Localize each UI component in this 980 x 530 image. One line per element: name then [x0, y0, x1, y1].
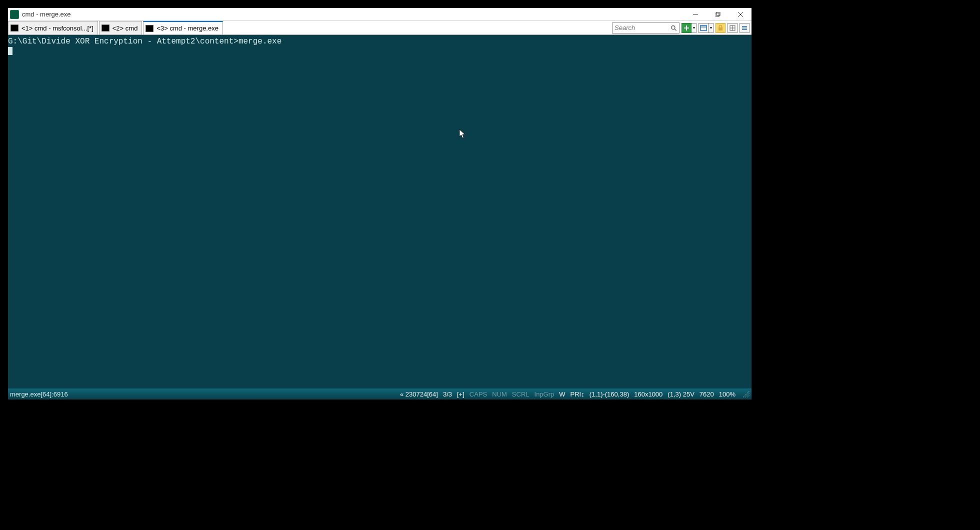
lock-button[interactable]	[716, 23, 726, 33]
status-caps: CAPS	[470, 390, 487, 398]
status-pid: 7620	[700, 390, 714, 398]
status-bar: merge.exe[64]:6916 « 230724[64] 3/3 [+] …	[8, 388, 752, 400]
window-split-dropdown[interactable]: ▾	[708, 23, 714, 33]
status-plus[interactable]: [+]	[457, 390, 464, 398]
hamburger-icon	[742, 25, 748, 31]
lock-icon	[718, 25, 723, 31]
minimize-button[interactable]	[684, 8, 706, 20]
status-tab-count: 3/3	[443, 390, 452, 398]
search-icon	[670, 24, 677, 32]
window-controls	[684, 8, 752, 20]
grid-icon	[730, 25, 736, 31]
svg-rect-9	[700, 26, 706, 30]
search-input[interactable]	[614, 24, 670, 32]
window-titlebar[interactable]: cmd - merge.exe	[8, 8, 752, 21]
maximize-button[interactable]	[706, 8, 729, 20]
plus-icon	[684, 25, 690, 31]
svg-line-6	[675, 28, 677, 30]
mouse-cursor-icon	[459, 129, 466, 139]
search-box[interactable]	[612, 22, 680, 34]
svg-point-5	[672, 26, 675, 29]
layout-button[interactable]	[728, 23, 738, 33]
tab-bar: <1> cmd - msfconsol...[*] <2> cmd <3> cm…	[8, 21, 752, 35]
svg-rect-2	[716, 12, 720, 16]
console-icon	[10, 24, 18, 32]
toolbar-right: ▾ ▾	[612, 21, 752, 34]
status-scrl: SCRL	[512, 390, 530, 398]
console-icon	[146, 25, 154, 32]
status-zoom: 100%	[719, 390, 736, 398]
terminal-cursor-line	[8, 46, 752, 55]
window-icon	[700, 25, 707, 31]
status-cursor-pos: (1,3) 25V	[668, 390, 694, 398]
terminal-area[interactable]: G:\Git\Divide XOR Encryption - Attempt2\…	[8, 35, 752, 388]
tab-1[interactable]: <1> cmd - msfconsol...[*]	[8, 21, 98, 34]
status-mode-w: W	[559, 390, 565, 398]
tab-label: <1> cmd - msfconsol...[*]	[22, 24, 94, 32]
status-dimensions: 160x1000	[634, 390, 662, 398]
menu-button[interactable]	[740, 23, 750, 33]
status-num: NUM	[492, 390, 507, 398]
tab-2[interactable]: <2> cmd	[99, 21, 142, 34]
svg-rect-1	[716, 13, 719, 16]
status-inpgrp: InpGrp	[534, 390, 554, 398]
window-title: cmd - merge.exe	[22, 10, 71, 18]
window-split-button[interactable]	[698, 23, 708, 33]
tab-label: <3> cmd - merge.exe	[156, 24, 218, 32]
terminal-cursor	[8, 47, 12, 55]
status-selection: (1,1)-(160,38)	[590, 390, 629, 398]
resize-grip[interactable]	[742, 390, 750, 398]
console-icon	[102, 24, 110, 32]
svg-rect-11	[718, 28, 722, 30]
new-tab-button[interactable]	[682, 23, 692, 33]
tab-label: <2> cmd	[112, 24, 138, 32]
status-history: « 230724[64]	[400, 390, 438, 398]
app-icon	[10, 10, 19, 19]
status-process: merge.exe[64]:6916	[10, 390, 68, 398]
tab-3[interactable]: <3> cmd - merge.exe	[143, 21, 223, 34]
close-button[interactable]	[729, 8, 752, 20]
app-window: cmd - merge.exe <1> cmd - msfconsol...[*…	[8, 8, 752, 400]
terminal-line: G:\Git\Divide XOR Encryption - Attempt2\…	[8, 37, 752, 46]
status-pri: PRI↕	[570, 390, 584, 398]
new-tab-dropdown[interactable]: ▾	[692, 23, 696, 33]
